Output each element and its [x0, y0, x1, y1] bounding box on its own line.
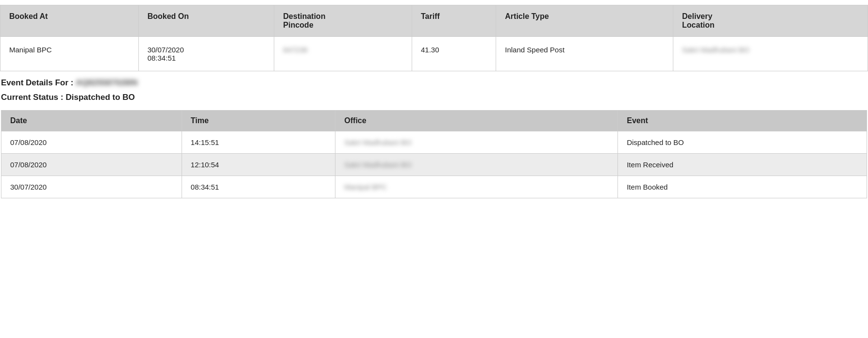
event-date-cell: 07/08/2020 [1, 154, 182, 176]
event-date-cell: 30/07/2020 [1, 176, 182, 198]
destination-pincode-cell: 847238 [274, 37, 412, 71]
col-header-article-type: Article Type [496, 5, 673, 37]
delivery-location-value: Sakri Madhubani BO [682, 46, 749, 54]
event-office-value: Sakri Madhubani BO [344, 161, 411, 169]
booked-on-value: 30/07/202008:34:51 [148, 46, 184, 62]
events-col-header-event: Event [618, 111, 867, 131]
delivery-location-cell: Sakri Madhubani BO [673, 37, 868, 71]
event-office-cell: Sakri Madhubani BO [335, 154, 618, 176]
booking-row: Manipal BPC 30/07/202008:34:51 847238 41… [0, 37, 868, 71]
events-table-row: 30/07/202008:34:51Manipal BPCItem Booked [1, 176, 867, 198]
booked-at-cell: Manipal BPC [0, 37, 139, 71]
event-event-cell: Item Received [618, 154, 867, 176]
col-header-booked-at: Booked At [0, 5, 139, 37]
events-col-header-office: Office [335, 111, 618, 131]
col-header-tariff: Tariff [412, 5, 496, 37]
page-wrapper: Booked At Booked On DestinationPincode T… [0, 0, 868, 338]
article-type-cell: Inland Speed Post [496, 37, 673, 71]
event-office-cell: Manipal BPC [335, 176, 618, 198]
event-office-value: Sakri Madhubani BO [344, 138, 411, 146]
event-office-value: Manipal BPC [344, 183, 387, 191]
col-header-booked-on: Booked On [138, 5, 274, 37]
current-status-line: Current Status : Dispatched to BO [1, 92, 867, 106]
tariff-value: 41.30 [421, 46, 439, 54]
event-for-id: AQ825587028IN [76, 78, 138, 88]
event-time-cell: 14:15:51 [182, 131, 335, 154]
events-table-row: 07/08/202012:10:54Sakri Madhubani BOItem… [1, 154, 867, 176]
event-event-cell: Dispatched to BO [618, 131, 867, 154]
event-for-label: Event Details For : [1, 78, 76, 87]
col-header-delivery-location: DeliveryLocation [673, 5, 868, 37]
booked-on-cell: 30/07/202008:34:51 [138, 37, 274, 71]
booking-table: Booked At Booked On DestinationPincode T… [0, 5, 868, 71]
event-office-cell: Sakri Madhubani BO [335, 131, 618, 154]
event-section: Event Details For : AQ825587028IN Curren… [0, 71, 868, 200]
booked-at-value: Manipal BPC [9, 46, 52, 54]
event-time-cell: 08:34:51 [182, 176, 335, 198]
article-type-value: Inland Speed Post [505, 46, 565, 54]
events-table: Date Time Office Event 07/08/202014:15:5… [1, 110, 867, 198]
events-col-header-date: Date [1, 111, 182, 131]
event-date-cell: 07/08/2020 [1, 131, 182, 154]
col-header-destination-pincode: DestinationPincode [274, 5, 412, 37]
destination-pincode-value: 847238 [283, 46, 307, 54]
events-col-header-time: Time [182, 111, 335, 131]
event-event-cell: Item Booked [618, 176, 867, 198]
event-time-cell: 12:10:54 [182, 154, 335, 176]
event-for-line: Event Details For : AQ825587028IN [1, 76, 867, 90]
tariff-cell: 41.30 [412, 37, 496, 71]
events-table-row: 07/08/202014:15:51Sakri Madhubani BODisp… [1, 131, 867, 154]
